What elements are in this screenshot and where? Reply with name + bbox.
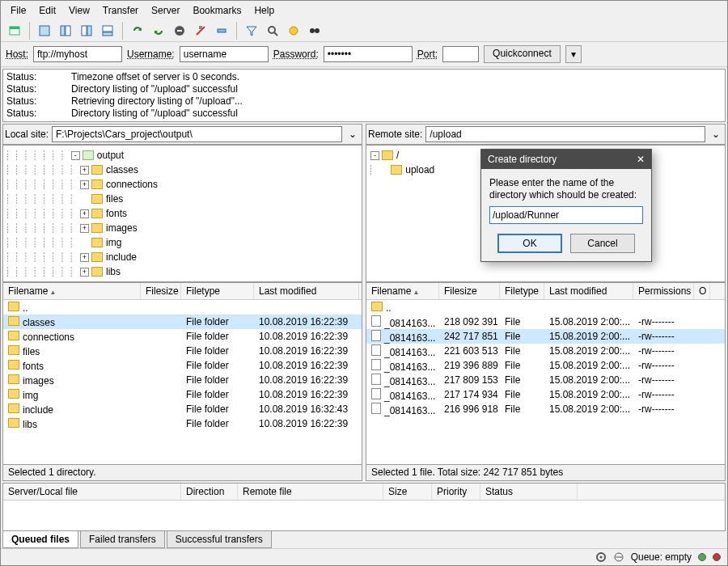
expand-icon[interactable]: +	[80, 268, 89, 277]
svg-rect-6	[87, 26, 91, 36]
folder-icon	[8, 331, 19, 340]
column-header[interactable]: Server/Local file	[3, 484, 181, 500]
list-row[interactable]: ..	[3, 300, 362, 315]
column-header[interactable]: Direction	[181, 484, 238, 500]
cancel-button[interactable]: Cancel	[570, 234, 635, 253]
expand-icon[interactable]: +	[80, 166, 89, 175]
quickconnect-button[interactable]: Quickconnect	[484, 45, 561, 63]
folder-icon	[91, 209, 103, 218]
column-header[interactable]: Last modified	[544, 283, 633, 299]
message-log[interactable]: Status:Timezone offset of server is 0 se…	[2, 69, 726, 122]
menu-transfer[interactable]: Transfer	[96, 2, 145, 19]
compare-icon[interactable]	[285, 22, 303, 40]
dialog-title: Create directory	[488, 154, 557, 165]
column-header[interactable]: Filetype	[500, 283, 544, 299]
binoculars-icon[interactable]	[306, 22, 324, 40]
toolbar	[1, 20, 727, 42]
column-header[interactable]: Status	[480, 484, 578, 500]
local-file-list[interactable]: FilenameFilesizeFiletypeLast modified ..…	[2, 282, 362, 465]
lock-icon[interactable]	[613, 551, 624, 563]
column-header[interactable]: Priority	[432, 484, 480, 500]
tab-queued-files[interactable]: Queued files	[2, 531, 78, 548]
local-tree[interactable]: ┊ ┊ ┊ ┊ ┊ ┊ ┊ -output┊ ┊ ┊ ┊ ┊ ┊ ┊ ┊ +cl…	[2, 145, 362, 282]
quickconnect-history-button[interactable]: ▾	[565, 45, 582, 63]
close-icon[interactable]: ✕	[637, 154, 645, 165]
toggle-log-icon[interactable]	[36, 22, 53, 40]
column-header[interactable]: Remote file	[238, 484, 383, 500]
tree-node[interactable]: ┊ ┊ ┊ ┊ ┊ ┊ ┊ ┊ +libs	[5, 264, 360, 279]
expand-icon[interactable]: +	[80, 253, 89, 262]
dropdown-icon[interactable]: ⌄	[709, 129, 723, 140]
status-bar: Queue: empty	[1, 548, 727, 565]
tree-node[interactable]: ┊ ┊ ┊ ┊ ┊ ┊ ┊ ┊ +images	[5, 221, 360, 235]
svg-rect-8	[103, 32, 112, 36]
disconnect-icon[interactable]	[192, 22, 210, 40]
reconnect-icon[interactable]	[213, 22, 231, 40]
expand-icon[interactable]: +	[80, 224, 89, 233]
expand-icon[interactable]: -	[370, 151, 379, 160]
folder-icon	[382, 150, 393, 160]
local-path-input[interactable]	[52, 126, 342, 142]
tree-node[interactable]: ┊ ┊ ┊ ┊ ┊ ┊ ┊ ┊ +classes	[5, 163, 360, 177]
menu-bookmarks[interactable]: Bookmarks	[186, 2, 248, 19]
list-row[interactable]: _0814163...216 996 918File15.08.2019 2:0…	[366, 402, 725, 416]
column-header[interactable]: O	[694, 283, 710, 299]
remote-file-list[interactable]: FilenameFilesizeFiletypeLast modifiedPer…	[366, 282, 726, 465]
column-header[interactable]: Permissions	[633, 283, 694, 299]
password-input[interactable]	[324, 46, 413, 62]
file-icon	[371, 330, 381, 341]
tab-successful-transfers[interactable]: Successful transfers	[167, 531, 272, 548]
menu-view[interactable]: View	[62, 2, 96, 19]
filter-icon[interactable]	[243, 22, 260, 40]
menu-edit[interactable]: Edit	[32, 2, 62, 19]
column-header[interactable]: Size	[383, 484, 432, 500]
expand-icon[interactable]: -	[71, 151, 80, 160]
file-icon	[371, 403, 381, 414]
tree-node[interactable]: ┊ ┊ ┊ ┊ ┊ ┊ ┊ -output	[5, 148, 360, 163]
list-row[interactable]: imagesFile folder10.08.2019 16:22:39	[3, 373, 362, 387]
cancel-icon[interactable]	[171, 22, 188, 40]
column-header[interactable]: Filename	[366, 283, 439, 299]
folder-icon	[8, 389, 19, 399]
port-input[interactable]	[442, 46, 479, 62]
tree-node[interactable]: ┊ ┊ ┊ ┊ ┊ ┊ ┊ ┊ +include	[5, 250, 360, 264]
column-header[interactable]: Filesize	[439, 283, 500, 299]
list-row[interactable]: connectionsFile folder10.08.2019 16:22:3…	[3, 329, 362, 344]
list-row[interactable]: filesFile folder10.08.2019 16:22:39	[3, 344, 362, 358]
expand-icon[interactable]: +	[80, 209, 89, 218]
file-icon	[371, 344, 381, 356]
host-input[interactable]	[33, 46, 122, 62]
column-header[interactable]: Filesize	[141, 283, 181, 299]
list-row[interactable]: imgFile folder10.08.2019 16:22:39	[3, 387, 362, 402]
toggle-local-tree-icon[interactable]	[57, 22, 74, 40]
username-input[interactable]	[180, 46, 269, 62]
list-row[interactable]: libsFile folder10.08.2019 16:22:39	[3, 416, 362, 431]
tree-node[interactable]: ┊ ┊ ┊ ┊ ┊ ┊ ┊ ┊ +connections	[5, 177, 360, 192]
tree-node[interactable]: ┊ ┊ ┊ ┊ ┊ ┊ ┊ ┊ +fonts	[5, 206, 360, 221]
dropdown-icon[interactable]: ⌄	[345, 129, 360, 140]
list-row[interactable]: classesFile folder10.08.2019 16:22:39	[3, 315, 362, 329]
column-header[interactable]: Last modified	[254, 283, 359, 299]
toggle-remote-tree-icon[interactable]	[78, 22, 95, 40]
directory-name-input[interactable]	[489, 206, 643, 224]
remote-path-input[interactable]	[425, 126, 705, 142]
menu-server[interactable]: Server	[145, 2, 186, 19]
toggle-queue-icon[interactable]	[99, 22, 116, 40]
folder-icon	[91, 252, 103, 262]
process-queue-icon[interactable]	[150, 22, 167, 40]
column-header[interactable]: Filename	[3, 283, 141, 299]
list-row[interactable]: fontsFile folder10.08.2019 16:22:39	[3, 358, 362, 373]
ok-button[interactable]: OK	[497, 234, 562, 253]
expand-icon[interactable]: +	[80, 180, 89, 189]
refresh-icon[interactable]	[129, 22, 146, 40]
menu-file[interactable]: File	[4, 2, 32, 19]
tree-node[interactable]: ┊ ┊ ┊ ┊ ┊ ┊ ┊ ┊ img	[5, 235, 360, 250]
gear-icon[interactable]	[595, 551, 607, 563]
tab-failed-transfers[interactable]: Failed transfers	[80, 531, 165, 548]
search-icon[interactable]	[264, 22, 281, 40]
list-row[interactable]: includeFile folder10.08.2019 16:32:43	[3, 402, 362, 416]
column-header[interactable]: Filetype	[181, 283, 254, 299]
site-manager-icon[interactable]	[6, 22, 23, 40]
tree-node[interactable]: ┊ ┊ ┊ ┊ ┊ ┊ ┊ ┊ files	[5, 192, 360, 206]
menu-help[interactable]: Help	[248, 2, 281, 19]
